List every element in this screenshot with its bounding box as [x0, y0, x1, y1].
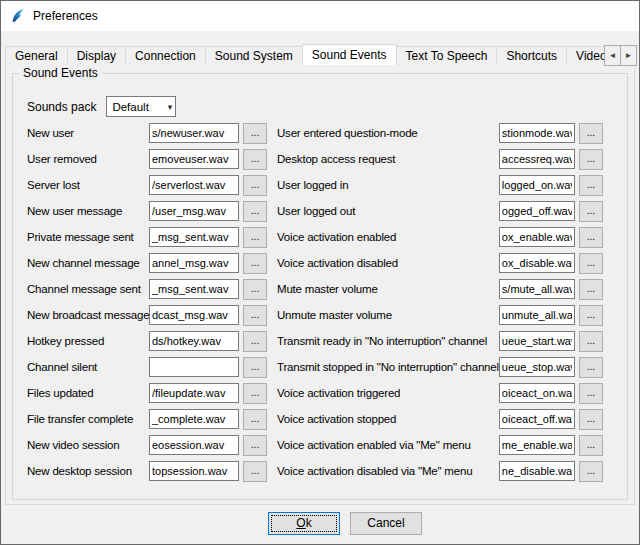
sound-event-row: Voice activation triggered ...	[277, 382, 603, 404]
browse-button[interactable]: ...	[579, 357, 603, 378]
tab-sound-system[interactable]: Sound System	[205, 46, 303, 65]
sound-file-input[interactable]	[499, 175, 575, 195]
sound-file-input[interactable]	[149, 305, 239, 325]
browse-button[interactable]: ...	[243, 175, 267, 196]
sound-file-input[interactable]	[499, 409, 575, 429]
sounds-pack-value: Default	[112, 101, 148, 113]
browse-button[interactable]: ...	[243, 123, 267, 144]
sound-file-input[interactable]	[499, 123, 575, 143]
sound-event-label: Desktop access request	[277, 153, 499, 165]
tab-text-to-speech[interactable]: Text To Speech	[396, 46, 498, 65]
sound-event-label: Transmit ready in "No interruption" chan…	[277, 335, 499, 347]
left-column: New user ... User removed ... Server los…	[27, 122, 267, 483]
sound-event-row: Voice activation stopped ...	[277, 408, 603, 430]
sound-file-input[interactable]	[149, 227, 239, 247]
sound-file-input[interactable]	[499, 383, 575, 403]
tab-shortcuts[interactable]: Shortcuts	[496, 46, 567, 65]
sound-file-input[interactable]	[499, 227, 575, 247]
sound-file-input[interactable]	[499, 149, 575, 169]
sound-file-input[interactable]	[149, 123, 239, 143]
sound-event-label: Voice activation stopped	[277, 413, 499, 425]
tab-sound-events[interactable]: Sound Events	[302, 44, 397, 65]
browse-button[interactable]: ...	[579, 331, 603, 352]
sound-event-label: Hotkey pressed	[27, 335, 149, 347]
sound-file-input[interactable]	[499, 253, 575, 273]
sound-event-row: Files updated ...	[27, 382, 267, 404]
sound-file-input[interactable]	[149, 357, 239, 377]
browse-button[interactable]: ...	[579, 149, 603, 170]
tab-general[interactable]: General	[5, 46, 68, 65]
browse-button[interactable]: ...	[243, 227, 267, 248]
sound-event-label: Mute master volume	[277, 283, 499, 295]
sound-file-input[interactable]	[149, 435, 239, 455]
sound-file-input[interactable]	[149, 175, 239, 195]
sound-event-label: Files updated	[27, 387, 149, 399]
sound-file-input[interactable]	[499, 279, 575, 299]
browse-button[interactable]: ...	[579, 123, 603, 144]
sound-file-input[interactable]	[149, 149, 239, 169]
button-group: Ok Cancel	[268, 512, 422, 535]
browse-button[interactable]: ...	[579, 383, 603, 404]
sound-file-input[interactable]	[499, 461, 575, 481]
sound-event-label: Voice activation triggered	[277, 387, 499, 399]
browse-button[interactable]: ...	[579, 227, 603, 248]
sound-file-input[interactable]	[149, 331, 239, 351]
sound-file-input[interactable]	[149, 409, 239, 429]
sound-file-input[interactable]	[149, 461, 239, 481]
browse-button[interactable]: ...	[243, 331, 267, 352]
browse-button[interactable]: ...	[579, 305, 603, 326]
browse-button[interactable]: ...	[243, 409, 267, 430]
sound-file-input[interactable]	[499, 201, 575, 221]
browse-button[interactable]: ...	[579, 461, 603, 482]
window-title: Preferences	[33, 9, 98, 23]
sound-event-label: Unmute master volume	[277, 309, 499, 321]
scroll-left-icon: ◄	[609, 52, 617, 60]
browse-button[interactable]: ...	[243, 383, 267, 404]
sound-event-row: Transmit ready in "No interruption" chan…	[277, 330, 603, 352]
sound-event-label: Transmit stopped in "No interruption" ch…	[277, 361, 499, 373]
sound-event-row: Channel silent ...	[27, 356, 267, 378]
sound-event-label: New user message	[27, 205, 149, 217]
sound-event-label: New desktop session	[27, 465, 149, 477]
dialog-footer: Ok Cancel	[1, 511, 639, 535]
sound-file-input[interactable]	[499, 435, 575, 455]
browse-button[interactable]: ...	[579, 279, 603, 300]
tab-label: Shortcuts	[506, 49, 557, 63]
sound-event-row: Server lost ...	[27, 174, 267, 196]
browse-button[interactable]: ...	[579, 435, 603, 456]
browse-button[interactable]: ...	[243, 435, 267, 456]
browse-button[interactable]: ...	[243, 279, 267, 300]
browse-button[interactable]: ...	[579, 201, 603, 222]
sound-event-row: User logged out ...	[277, 200, 603, 222]
browse-button[interactable]: ...	[243, 201, 267, 222]
browse-button[interactable]: ...	[243, 149, 267, 170]
sound-file-input[interactable]	[149, 201, 239, 221]
sound-file-input[interactable]	[149, 383, 239, 403]
tab-display[interactable]: Display	[67, 46, 126, 65]
browse-button[interactable]: ...	[243, 253, 267, 274]
sound-file-input[interactable]	[499, 331, 575, 351]
browse-button[interactable]: ...	[243, 357, 267, 378]
tab-connection[interactable]: Connection	[125, 46, 206, 65]
tab-label: Sound Events	[312, 48, 387, 62]
sound-event-label: User entered question-mode	[277, 127, 499, 139]
browse-button[interactable]: ...	[579, 175, 603, 196]
sound-file-input[interactable]	[149, 279, 239, 299]
sounds-pack-combobox[interactable]: Default ▾	[106, 96, 176, 117]
sound-event-label: New broadcast message	[27, 309, 149, 321]
browse-button[interactable]: ...	[579, 253, 603, 274]
browse-button[interactable]: ...	[243, 461, 267, 482]
browse-button[interactable]: ...	[243, 305, 267, 326]
preferences-dialog: Preferences General Display Connection S…	[0, 0, 640, 545]
sound-event-label: Server lost	[27, 179, 149, 191]
sound-file-input[interactable]	[499, 305, 575, 325]
tab-scroll-left-button[interactable]: ◄	[604, 45, 621, 66]
browse-button[interactable]: ...	[579, 409, 603, 430]
tab-scroll-right-button[interactable]: ►	[620, 45, 637, 66]
ok-button[interactable]: Ok	[268, 512, 340, 535]
sound-event-row: Transmit stopped in "No interruption" ch…	[277, 356, 603, 378]
sound-file-input[interactable]	[149, 253, 239, 273]
cancel-button[interactable]: Cancel	[350, 512, 422, 535]
sound-event-label: Channel silent	[27, 361, 149, 373]
sound-file-input[interactable]	[499, 357, 575, 377]
